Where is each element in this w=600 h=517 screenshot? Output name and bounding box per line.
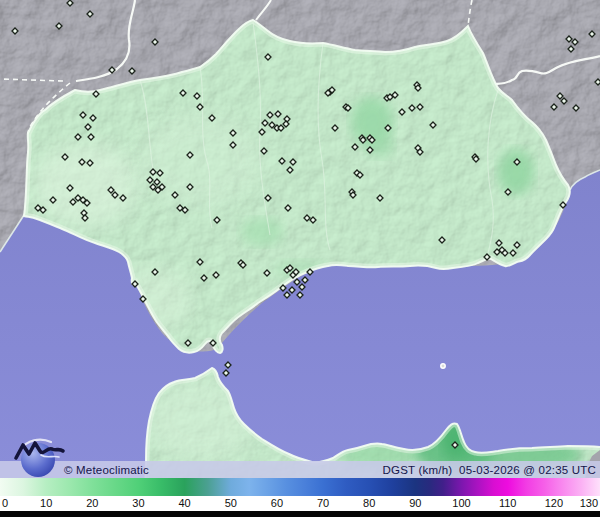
legend-tick-label: 0 <box>2 497 8 510</box>
legend-tick-label: 10 <box>40 497 52 510</box>
bottom-border <box>0 511 600 517</box>
legend-tick-label: 40 <box>178 497 190 510</box>
legend-tick-label: 20 <box>86 497 98 510</box>
alboran-island <box>441 364 445 368</box>
legend-tick-label: 30 <box>132 497 144 510</box>
legend-color-scale <box>0 478 600 496</box>
legend-tick-label: 90 <box>409 497 421 510</box>
legend-tick-label: 70 <box>317 497 329 510</box>
legend-tick-label: 130 <box>580 497 598 510</box>
meteoclimatic-logo[interactable] <box>10 434 68 480</box>
map-title-datetime: DGST (km/h) 05-03-2026 @ 02:35 UTC <box>383 464 596 476</box>
legend-tick-label: 60 <box>271 497 283 510</box>
legend-tick-labels: 0102030405060708090100110120130 <box>0 496 600 511</box>
legend-tick-label: 80 <box>363 497 375 510</box>
legend-tick-label: 100 <box>452 497 470 510</box>
copyright-text: © Meteoclimatic <box>64 464 149 476</box>
weather-map-app: © Meteoclimatic DGST (km/h) 05-03-2026 @… <box>0 0 600 517</box>
legend-tick-label: 50 <box>225 497 237 510</box>
footer-bar: © Meteoclimatic DGST (km/h) 05-03-2026 @… <box>0 461 600 478</box>
legend-tick-label: 120 <box>545 497 563 510</box>
gust-map <box>0 0 600 517</box>
legend-tick-label: 110 <box>499 497 517 510</box>
